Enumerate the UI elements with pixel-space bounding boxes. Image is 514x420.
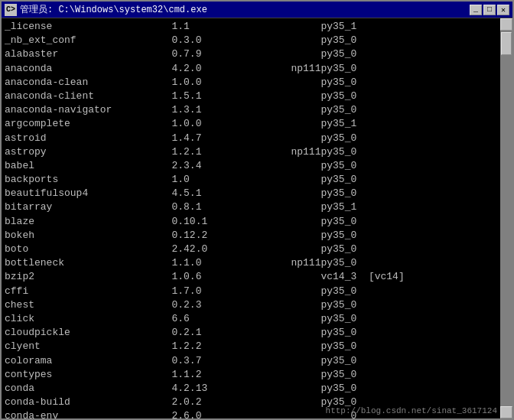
close-button[interactable]: ✕ bbox=[497, 5, 509, 15]
title-bar: C> 管理员: C:\Windows\system32\cmd.exe _ □ … bbox=[2, 2, 512, 18]
watermark: http://blog.csdn.net/sinat_3617124 bbox=[326, 406, 497, 415]
cmd-window: C> 管理员: C:\Windows\system32\cmd.exe _ □ … bbox=[0, 0, 514, 420]
scrollbar[interactable]: ▲ ▼ bbox=[500, 18, 512, 418]
terminal-output: _license 1.1 py35_1 _nb_ext_conf 0.3.0 p… bbox=[5, 20, 509, 418]
terminal-content: _license 1.1 py35_1 _nb_ext_conf 0.3.0 p… bbox=[2, 18, 512, 418]
maximize-button[interactable]: □ bbox=[483, 5, 496, 15]
minimize-button[interactable]: _ bbox=[470, 5, 482, 15]
window-icon: C> bbox=[5, 4, 17, 16]
scroll-thumb[interactable] bbox=[501, 32, 512, 55]
title-bar-buttons: _ □ ✕ bbox=[470, 5, 509, 15]
title-bar-left: C> 管理员: C:\Windows\system32\cmd.exe bbox=[5, 3, 207, 16]
scroll-up-button[interactable]: ▲ bbox=[500, 18, 512, 31]
scroll-track bbox=[500, 31, 512, 406]
scroll-down-button[interactable]: ▼ bbox=[500, 406, 512, 418]
window-title: 管理员: C:\Windows\system32\cmd.exe bbox=[20, 3, 207, 16]
